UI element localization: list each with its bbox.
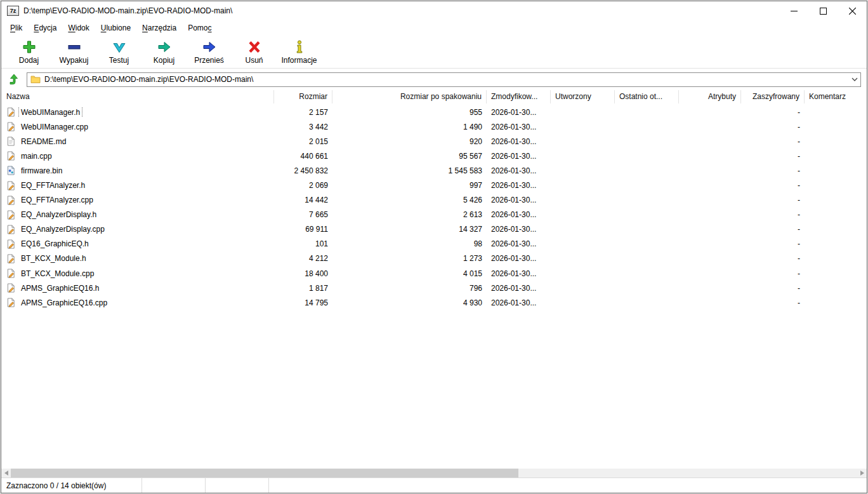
file-row[interactable]: EQ_FFTAnalyzer.h2 0699972026-01-30...-: [1, 178, 867, 192]
tool-label: Przenieś: [194, 56, 224, 65]
file-name-cell: BT_KCX_Module.cpp: [1, 269, 274, 279]
menu-ulubione[interactable]: Ulubione: [95, 22, 136, 34]
file-row[interactable]: EQ_AnalyzerDisplay.h7 6652 6132026-01-30…: [1, 208, 867, 222]
title-bar[interactable]: 7z D:\temp\EVO-RADIO-MOD-main.zip\EVO-RA…: [1, 1, 867, 20]
file-edit-icon: [6, 210, 16, 220]
column-header-modified[interactable]: Zmodyfikow...: [487, 90, 551, 103]
scroll-right-arrow[interactable]: [857, 469, 867, 477]
column-header-attrs[interactable]: Atrybuty: [679, 90, 741, 103]
delete-button[interactable]: Usuń: [232, 37, 277, 67]
menu-bar: PlikEdycjaWidokUlubioneNarzędziaPomoc: [1, 20, 867, 36]
info-button[interactable]: Informacje: [277, 37, 322, 67]
file-size: 4 212: [274, 254, 332, 263]
file-encrypted: -: [741, 210, 805, 219]
address-dropdown-button[interactable]: [848, 73, 860, 86]
file-modified: 2026-01-30...: [487, 108, 551, 117]
minimize-button[interactable]: [779, 1, 808, 20]
file-row[interactable]: EQ_AnalyzerDisplay.cpp69 91114 3272026-0…: [1, 222, 867, 237]
file-name-cell: BT_KCX_Module.h: [1, 253, 274, 264]
copy-arrow-icon: [157, 39, 172, 55]
file-packed: 14 327: [332, 225, 487, 234]
file-row[interactable]: EQ_FFTAnalyzer.cpp14 4425 4262026-01-30.…: [1, 193, 867, 208]
file-encrypted: -: [741, 298, 805, 307]
menu-pomoc[interactable]: Pomoc: [182, 22, 217, 34]
binary-file-icon: [6, 166, 16, 176]
file-row[interactable]: APMS_GraphicEQ16.h1 8177962026-01-30...-: [1, 281, 867, 295]
file-row[interactable]: README.md2 0159202026-01-30...-: [1, 134, 867, 149]
file-name: WebUIManager.h: [19, 107, 82, 117]
extract-minus-icon: [67, 39, 82, 55]
file-packed: 5 426: [332, 196, 487, 204]
extract-button[interactable]: Wypakuj: [51, 37, 96, 67]
column-header-size[interactable]: Rozmiar: [274, 90, 332, 103]
file-modified: 2026-01-30...: [487, 239, 551, 248]
file-row[interactable]: BT_KCX_Module.h4 2121 2732026-01-30...-: [1, 251, 867, 266]
column-header-accessed[interactable]: Ostatnio ot...: [615, 90, 679, 103]
column-header-name[interactable]: Nazwa: [1, 90, 274, 103]
status-selection: Zaznaczono 0 / 14 obiekt(ów): [1, 478, 142, 493]
file-name-cell: firmware.bin: [1, 166, 274, 176]
file-encrypted: -: [741, 152, 805, 161]
menu-plik[interactable]: Plik: [4, 22, 28, 34]
file-size: 1 817: [274, 284, 332, 293]
file-edit-icon: [6, 224, 16, 234]
file-name: WebUIManager.cpp: [19, 122, 90, 132]
file-row[interactable]: firmware.bin2 450 8321 545 5832026-01-30…: [1, 163, 867, 178]
address-combobox[interactable]: D:\temp\EVO-RADIO-MOD-main.zip\EVO-RADIO…: [27, 72, 861, 87]
file-name: EQ16_GraphicEQ.h: [19, 239, 91, 249]
column-header-row: NazwaRozmiarRozmiar po spakowaniuZmodyfi…: [1, 90, 867, 103]
file-packed: 997: [332, 181, 487, 190]
file-packed: 4 930: [332, 298, 487, 307]
folder-icon: [30, 74, 41, 84]
file-name-cell: APMS_GraphicEQ16.h: [1, 283, 274, 293]
file-name: EQ_FFTAnalyzer.cpp: [19, 195, 95, 205]
file-name-cell: WebUIManager.h: [1, 107, 274, 117]
chevron-down-icon: [852, 77, 858, 81]
file-size: 2 069: [274, 181, 332, 190]
file-name: EQ_AnalyzerDisplay.cpp: [19, 224, 107, 234]
file-size: 2 015: [274, 137, 332, 146]
file-row[interactable]: APMS_GraphicEQ16.cpp14 7954 9302026-01-3…: [1, 295, 867, 310]
file-packed: 1 545 583: [332, 166, 487, 175]
address-bar: D:\temp\EVO-RADIO-MOD-main.zip\EVO-RADIO…: [1, 69, 867, 90]
file-name-cell: EQ_AnalyzerDisplay.cpp: [1, 224, 274, 234]
scroll-left-arrow[interactable]: [1, 469, 11, 477]
menu-widok[interactable]: Widok: [62, 22, 95, 34]
file-packed: 920: [332, 137, 487, 146]
minimize-icon: [791, 8, 798, 15]
scroll-thumb[interactable]: [11, 469, 518, 477]
maximize-button[interactable]: [808, 1, 838, 20]
menu-edycja[interactable]: Edycja: [28, 22, 62, 34]
column-header-created[interactable]: Utworzony: [551, 90, 615, 103]
file-row[interactable]: BT_KCX_Module.cpp18 4004 0152026-01-30..…: [1, 266, 867, 281]
parent-folder-button[interactable]: [7, 72, 21, 86]
file-row[interactable]: EQ16_GraphicEQ.h101982026-01-30...-: [1, 237, 867, 251]
move-button[interactable]: Przenieś: [187, 37, 232, 67]
test-button[interactable]: Testuj: [96, 37, 141, 67]
file-modified: 2026-01-30...: [487, 137, 551, 146]
file-row[interactable]: WebUIManager.cpp3 4421 4902026-01-30...-: [1, 119, 867, 134]
tool-label: Testuj: [109, 56, 129, 65]
file-row[interactable]: main.cpp440 66195 5672026-01-30...-: [1, 149, 867, 163]
column-header-comment[interactable]: Komentarz: [805, 90, 867, 103]
column-header-packed[interactable]: Rozmiar po spakowaniu: [332, 90, 487, 103]
toolbar: DodajWypakujTestujKopiujPrzenieśUsuńInfo…: [1, 36, 867, 69]
add-button[interactable]: Dodaj: [6, 37, 51, 67]
file-row[interactable]: WebUIManager.h2 1579552026-01-30...-: [1, 105, 867, 119]
file-name-cell: EQ_FFTAnalyzer.cpp: [1, 195, 274, 205]
file-encrypted: -: [741, 196, 805, 204]
file-encrypted: -: [741, 284, 805, 293]
close-button[interactable]: [838, 1, 867, 20]
close-icon: [849, 8, 856, 15]
file-name-cell: README.md: [1, 137, 274, 147]
file-name: EQ_FFTAnalyzer.h: [19, 180, 87, 190]
file-encrypted: -: [741, 269, 805, 278]
horizontal-scrollbar[interactable]: [1, 469, 867, 477]
column-header-encrypted[interactable]: Zaszyfrowany: [741, 90, 805, 103]
copy-button[interactable]: Kopiuj: [141, 37, 187, 67]
file-list: WebUIManager.h2 1579552026-01-30...-WebU…: [1, 103, 867, 469]
file-encrypted: -: [741, 108, 805, 117]
menu-narzedzia[interactable]: Narzędzia: [136, 22, 182, 34]
scroll-track[interactable]: [11, 469, 857, 477]
status-pane: [269, 478, 867, 493]
